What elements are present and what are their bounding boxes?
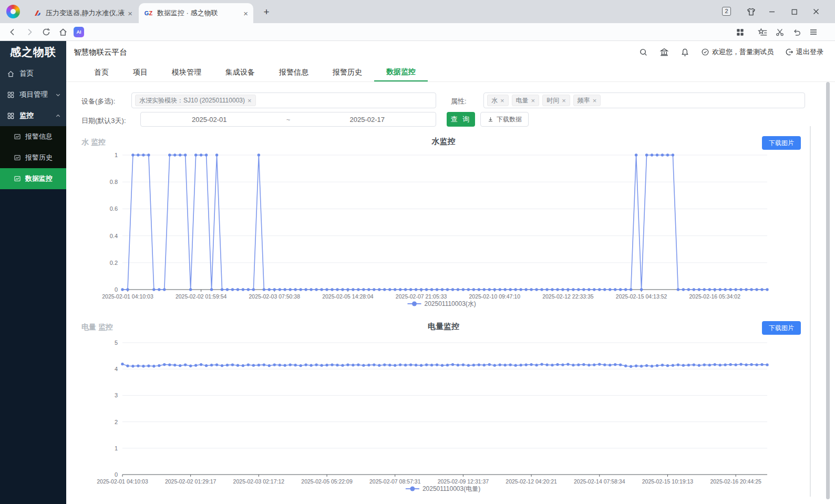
tag-close-icon[interactable]: × — [531, 97, 535, 104]
svg-text:2025-02-03 02:17:12: 2025-02-03 02:17:12 — [233, 478, 285, 485]
svg-text:0.6: 0.6 — [110, 205, 118, 212]
tag-close-icon[interactable]: × — [500, 97, 504, 104]
tab-alarm-history[interactable]: 报警历史 — [321, 63, 374, 81]
svg-text:0: 0 — [115, 471, 118, 478]
date-start-value[interactable]: 2025-02-01 — [141, 116, 278, 124]
sidebar-item-project-management[interactable]: 项目管理 — [0, 84, 66, 105]
theme-shirt-icon[interactable] — [742, 0, 760, 23]
water-download-image-button[interactable]: 下载图片 — [762, 136, 801, 150]
chart-icon — [14, 175, 21, 182]
download-data-button[interactable]: 下载数据 — [480, 112, 529, 127]
inner-scrollbar[interactable] — [810, 126, 811, 497]
svg-text:0.8: 0.8 — [110, 179, 118, 185]
search-icon[interactable] — [639, 48, 648, 57]
browser-tab-1[interactable]: 压力变送器,静力水准仪,液位仪 × — [27, 3, 138, 23]
battery-download-image-button[interactable]: 下载图片 — [762, 321, 801, 335]
tab-data-monitor[interactable]: 数据监控 — [374, 63, 428, 81]
attr-tag: 电量× — [512, 95, 540, 106]
svg-text:1: 1 — [115, 445, 118, 451]
device-multiselect[interactable]: 水浸实验模块：SJ10 (202501110003)× — [131, 92, 436, 108]
browser-toolbar: AI http://www.puliangiot.com/iotdatamoni… — [0, 23, 835, 41]
device-tag: 水浸实验模块：SJ10 (202501110003)× — [135, 95, 256, 106]
close-window-button[interactable] — [807, 0, 825, 23]
svg-text:2025-02-15 10:19:13: 2025-02-15 10:19:13 — [642, 478, 694, 485]
back-icon[interactable] — [7, 27, 18, 37]
page-scrollbar-thumb[interactable] — [826, 82, 830, 499]
home-icon[interactable] — [58, 27, 68, 37]
menu-hamburger-icon[interactable] — [808, 27, 819, 37]
tab-title: 数据监控 · 感之物联 — [157, 8, 240, 18]
tag-close-icon[interactable]: × — [562, 97, 566, 104]
apps-grid-icon[interactable] — [735, 27, 745, 37]
svg-text:2025-02-09 12:31:37: 2025-02-09 12:31:37 — [438, 478, 489, 485]
svg-text:2025-02-07 08:57:31: 2025-02-07 08:57:31 — [369, 478, 421, 485]
tab-module-management[interactable]: 模块管理 — [160, 63, 213, 81]
refresh-icon[interactable] — [41, 27, 51, 37]
tab-alarm-info[interactable]: 报警信息 — [267, 63, 321, 81]
tab-close-icon[interactable]: × — [128, 9, 132, 17]
chart-icon — [14, 154, 21, 161]
svg-text:2025-02-01 04:10:03: 2025-02-01 04:10:03 — [102, 293, 153, 300]
svg-text:2025-02-05 05:22:09: 2025-02-05 05:22:09 — [301, 478, 353, 485]
main-area: 智慧物联云平台 欢迎您，普量测试员 退出登录 首页 项目 模块管理 集成设备 报 — [66, 41, 835, 504]
screen: 压力变送器,静力水准仪,液位仪 × GZ 数据监控 · 感之物联 × + 2 — [0, 0, 835, 504]
undo-icon[interactable] — [791, 27, 802, 37]
svg-text:5: 5 — [115, 340, 118, 346]
battery-chart-title: 电量监控 — [279, 322, 609, 332]
forward-icon[interactable] — [24, 27, 35, 37]
chevron-up-icon — [55, 113, 61, 119]
date-range-picker[interactable]: 2025-02-01 ~ 2025-02-17 — [140, 112, 436, 127]
tag-close-icon[interactable]: × — [248, 97, 252, 104]
tab-close-icon[interactable]: × — [243, 9, 248, 17]
user-check-icon — [701, 48, 709, 56]
tab-home[interactable]: 首页 — [82, 63, 121, 81]
svg-text:2: 2 — [115, 419, 118, 425]
content: 设备(多选): 水浸实验模块：SJ10 (202501110003)× 属性: … — [66, 82, 835, 504]
logout-button[interactable]: 退出登录 — [785, 47, 823, 57]
browser-titlebar: 压力变送器,静力水准仪,液位仪 × GZ 数据监控 · 感之物联 × + 2 — [0, 0, 835, 23]
svg-text:2025-02-03 07:50:38: 2025-02-03 07:50:38 — [249, 293, 301, 300]
water-monitor-svg: 00.20.40.60.812025-02-01 04:10:032025-02… — [79, 151, 809, 309]
attribute-multiselect[interactable]: 水× 电量× 时间× 频率× — [483, 92, 805, 108]
water-chart[interactable]: 00.20.40.60.812025-02-01 04:10:032025-02… — [79, 151, 809, 309]
maximize-button[interactable] — [785, 0, 803, 23]
bank-icon[interactable] — [659, 47, 669, 57]
water-panel-label: 水 监控 — [81, 138, 106, 147]
battery-monitor-svg: 0123452025-02-01 04:10:032025-02-02 01:2… — [79, 339, 809, 497]
bell-icon[interactable] — [681, 48, 689, 57]
tab-project[interactable]: 项目 — [121, 63, 160, 81]
svg-text:0.4: 0.4 — [110, 233, 118, 239]
sidebar-item-data-monitor[interactable]: 数据监控 — [0, 168, 66, 189]
svg-text:202501110003(电量): 202501110003(电量) — [422, 485, 480, 492]
sidebar-item-alarm-info[interactable]: 报警信息 — [0, 126, 66, 147]
browser-logo-icon[interactable] — [6, 5, 20, 18]
screenshot-scissors-icon[interactable] — [775, 27, 785, 37]
sidebar-item-alarm-history[interactable]: 报警历史 — [0, 147, 66, 168]
tab-count-badge[interactable]: 2 — [722, 7, 731, 16]
favorites-list-icon[interactable] — [757, 27, 768, 37]
grid-icon — [7, 112, 15, 120]
date-end-value[interactable]: 2025-02-17 — [299, 116, 436, 124]
welcome-user[interactable]: 欢迎您，普量测试员 — [701, 47, 774, 57]
svg-text:2025-02-07 21:05:33: 2025-02-07 21:05:33 — [396, 293, 447, 300]
battery-chart[interactable]: 0123452025-02-01 04:10:032025-02-02 01:2… — [79, 339, 809, 497]
date-label: 日期(默认3天): — [81, 116, 126, 126]
svg-text:202501110003(水): 202501110003(水) — [425, 300, 476, 307]
minimize-button[interactable] — [763, 0, 781, 23]
svg-text:0: 0 — [115, 286, 118, 293]
ganzhi-favicon: GZ — [144, 9, 153, 18]
query-button[interactable]: 查 询 — [447, 112, 475, 127]
sidebar: 感之物联 首页 项目管理 监控 报警信息 报警历 — [0, 41, 66, 504]
browser-tab-2[interactable]: GZ 数据监控 · 感之物联 × — [139, 3, 253, 23]
svg-text:2025-02-16 05:34:02: 2025-02-16 05:34:02 — [689, 293, 740, 300]
tab-title: 压力变送器,静力水准仪,液位仪 — [46, 8, 125, 18]
sidebar-item-home[interactable]: 首页 — [0, 63, 66, 84]
sidebar-item-monitoring[interactable]: 监控 — [0, 105, 66, 126]
nav-tabs: 首页 项目 模块管理 集成设备 报警信息 报警历史 数据监控 — [66, 63, 835, 82]
tab-integrated-devices[interactable]: 集成设备 — [213, 63, 267, 81]
tag-close-icon[interactable]: × — [593, 97, 597, 104]
home-icon — [7, 70, 15, 78]
attr-tag: 时间× — [542, 95, 570, 106]
new-tab-button[interactable]: + — [260, 5, 273, 19]
ai-assistant-badge[interactable]: AI — [74, 27, 84, 37]
